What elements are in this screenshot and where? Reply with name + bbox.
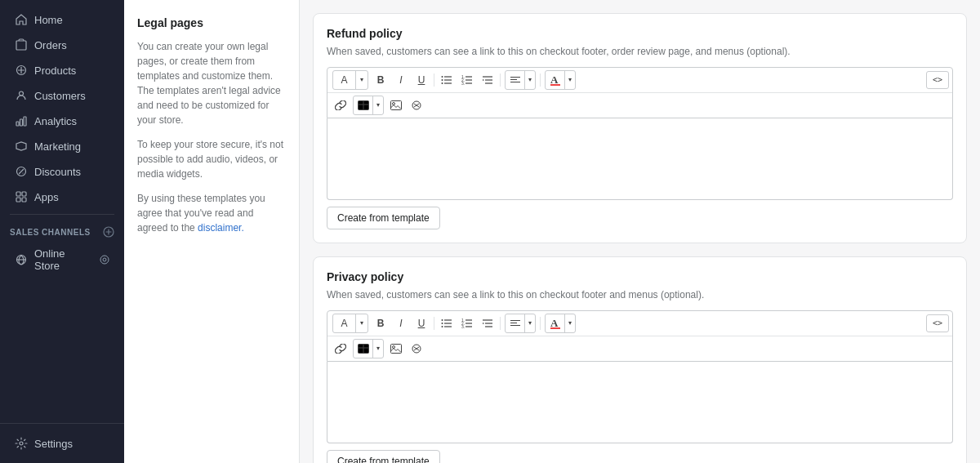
privacy-source-btn[interactable]: <> <box>926 314 949 332</box>
sidebar-item-home[interactable]: Home <box>5 7 119 32</box>
main-content: Legal pages You can create your own lega… <box>124 0 980 463</box>
refund-font-size-group: A ▾ <box>332 70 368 90</box>
discounts-icon <box>15 165 28 178</box>
legal-panel-para-3: By using these templates you agree that … <box>137 191 286 235</box>
marketing-icon <box>15 140 28 153</box>
privacy-align-btn[interactable] <box>506 314 525 332</box>
sidebar-item-online-store[interactable]: Online Store <box>5 242 119 278</box>
privacy-editor-body[interactable] <box>327 362 953 443</box>
add-sales-channel-icon[interactable] <box>103 226 114 238</box>
refund-align-btn[interactable] <box>506 71 525 89</box>
svg-text:A: A <box>550 74 559 86</box>
refund-source-btn[interactable]: <> <box>926 71 949 89</box>
svg-rect-34 <box>550 84 560 86</box>
privacy-policy-title: Privacy policy <box>327 270 953 283</box>
refund-font-size-arrow[interactable]: ▾ <box>356 71 368 89</box>
sidebar-item-orders[interactable]: Orders <box>5 33 119 57</box>
sidebar-item-discounts-label: Discounts <box>34 166 81 178</box>
refund-editor-toolbar: A ▾ B I U 1.2.3. <box>327 67 953 118</box>
privacy-color-arrow[interactable]: ▾ <box>565 314 575 332</box>
privacy-font-size-group: A ▾ <box>332 314 368 333</box>
refund-align-group: ▾ <box>505 70 536 90</box>
privacy-table-btn[interactable] <box>354 340 373 358</box>
privacy-underline-btn[interactable]: U <box>412 314 431 332</box>
svg-rect-4 <box>20 119 23 126</box>
refund-editor-body[interactable] <box>327 118 953 200</box>
sidebar-divider <box>10 214 114 215</box>
refund-link-btn[interactable] <box>331 96 350 114</box>
privacy-policy-description: When saved, customers can see a link to … <box>327 288 953 302</box>
sales-channels-section: SALES CHANNELS <box>0 220 124 241</box>
privacy-table-group: ▾ <box>353 339 384 358</box>
privacy-unordered-list-btn[interactable] <box>437 314 457 332</box>
privacy-color-group: A ▾ <box>545 314 576 333</box>
refund-policy-description: When saved, customers can see a link to … <box>327 45 953 59</box>
svg-rect-38 <box>391 100 402 109</box>
privacy-indent-btn[interactable] <box>478 314 497 332</box>
sidebar-item-settings[interactable]: Settings <box>5 431 119 456</box>
sidebar-item-home-label: Home <box>34 14 63 26</box>
refund-image-btn[interactable] <box>386 96 406 114</box>
sidebar-item-marketing[interactable]: Marketing <box>5 134 119 158</box>
privacy-tb-divider-2 <box>500 317 501 330</box>
online-store-icon <box>15 253 28 266</box>
legal-panel-para-2: To keep your store secure, it's not poss… <box>137 137 286 181</box>
svg-rect-3 <box>16 122 19 126</box>
refund-color-arrow[interactable]: ▾ <box>565 71 575 89</box>
legal-panel: Legal pages You can create your own lega… <box>124 0 300 463</box>
svg-rect-10 <box>22 198 26 202</box>
svg-point-44 <box>442 323 443 324</box>
refund-indent-btn[interactable] <box>478 71 497 89</box>
refund-unordered-list-btn[interactable] <box>437 71 457 89</box>
refund-italic-btn[interactable]: I <box>391 71 411 89</box>
sidebar-item-online-store-label: Online Store <box>34 247 93 272</box>
svg-rect-9 <box>16 198 20 202</box>
svg-point-20 <box>442 82 443 84</box>
refund-underline-btn[interactable]: U <box>412 71 431 89</box>
svg-rect-60 <box>550 327 560 329</box>
svg-point-13 <box>100 256 109 264</box>
privacy-color-btn[interactable]: A <box>546 314 565 332</box>
refund-bold-btn[interactable]: B <box>371 71 390 89</box>
sidebar-item-analytics[interactable]: Analytics <box>5 109 119 133</box>
privacy-link-btn[interactable] <box>331 340 350 358</box>
refund-clear-btn[interactable] <box>407 96 426 114</box>
sidebar-item-apps[interactable]: Apps <box>5 185 119 209</box>
sidebar-item-analytics-label: Analytics <box>34 115 77 127</box>
sidebar-item-products[interactable]: Products <box>5 58 119 82</box>
privacy-font-size-arrow[interactable]: ▾ <box>356 314 368 332</box>
refund-align-arrow[interactable]: ▾ <box>525 71 535 89</box>
apps-icon <box>15 190 28 203</box>
privacy-image-btn[interactable] <box>386 340 406 358</box>
legal-panel-para-1: You can create your own legal pages, or … <box>137 39 286 127</box>
online-store-settings-icon[interactable] <box>100 255 109 265</box>
disclaimer-link[interactable]: disclaimer. <box>198 222 244 234</box>
sidebar-item-customers[interactable]: Customers <box>5 83 119 108</box>
privacy-bold-btn[interactable]: B <box>371 314 390 332</box>
sidebar-item-customers-label: Customers <box>34 90 86 102</box>
privacy-font-size-btn[interactable]: A <box>333 314 356 332</box>
refund-tb-divider-1 <box>434 73 434 87</box>
refund-font-size-btn[interactable]: A <box>333 71 356 89</box>
privacy-toolbar-row-1: A ▾ B I U 1.2.3. <box>327 311 952 336</box>
svg-rect-8 <box>22 192 26 196</box>
privacy-align-arrow[interactable]: ▾ <box>525 314 535 332</box>
sidebar-item-orders-label: Orders <box>34 39 67 51</box>
privacy-create-template-btn[interactable]: Create from template <box>327 450 440 463</box>
sidebar: Home Orders Products <box>0 0 124 463</box>
sidebar-item-discounts[interactable]: Discounts <box>5 159 119 184</box>
privacy-table-arrow[interactable]: ▾ <box>373 340 383 358</box>
privacy-clear-btn[interactable] <box>407 340 426 358</box>
refund-table-btn[interactable] <box>354 96 373 114</box>
refund-table-arrow[interactable]: ▾ <box>373 96 383 114</box>
refund-color-btn[interactable]: A <box>546 71 565 89</box>
privacy-italic-btn[interactable]: I <box>391 314 411 332</box>
refund-create-template-btn[interactable]: Create from template <box>327 207 440 229</box>
svg-point-46 <box>442 326 443 327</box>
refund-ordered-list-btn[interactable]: 1.2.3. <box>457 71 477 89</box>
policies-area: Refund policy When saved, customers can … <box>300 0 980 463</box>
privacy-ordered-list-btn[interactable]: 1.2.3. <box>457 314 477 332</box>
sidebar-item-apps-label: Apps <box>34 191 59 203</box>
svg-point-42 <box>442 319 443 321</box>
svg-point-18 <box>442 79 443 81</box>
